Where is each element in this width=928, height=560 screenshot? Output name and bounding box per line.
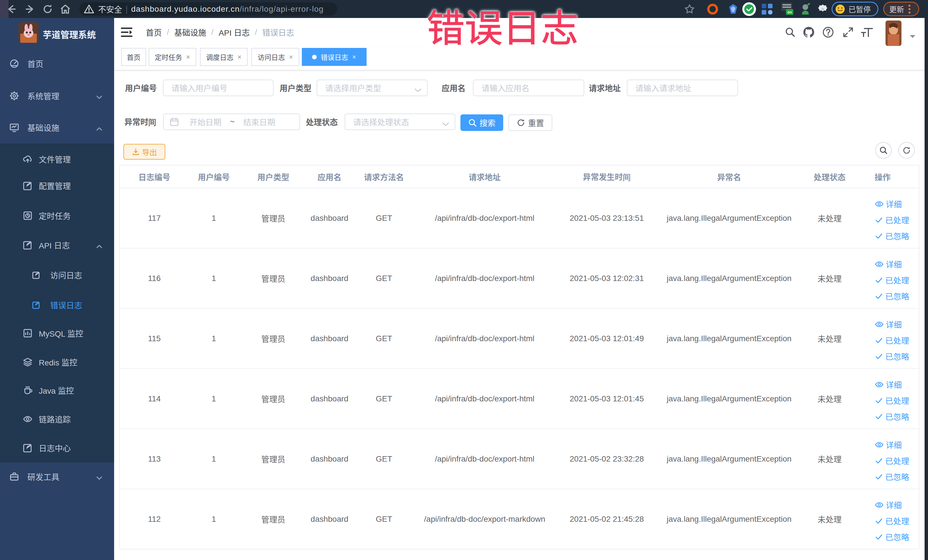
- svg-text:on: on: [788, 10, 792, 14]
